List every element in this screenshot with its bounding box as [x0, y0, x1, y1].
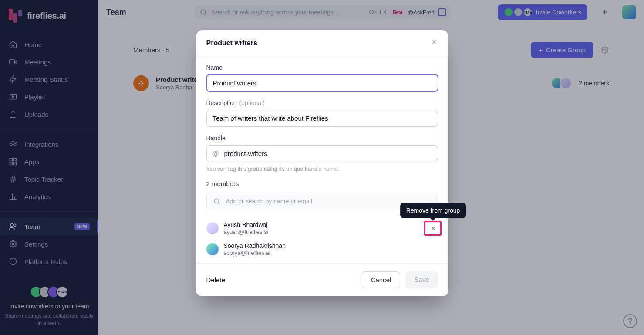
member-name: Ayush Bhardwaj: [224, 221, 269, 228]
name-input[interactable]: [206, 74, 438, 91]
members-count: 2 members: [206, 180, 438, 187]
modal-footer: Delete Cancel Save: [196, 263, 448, 296]
member-row: Ayush Bhardwaj ayush@fireflies.ai Remove…: [206, 218, 438, 239]
remove-member-button[interactable]: [428, 223, 438, 233]
member-avatar: [206, 243, 219, 255]
member-search-placeholder: Add or search by name or email: [226, 198, 312, 205]
modal-overlay: Product writers Name Description (option…: [0, 0, 644, 335]
cancel-button[interactable]: Cancel: [362, 271, 401, 288]
remove-tooltip: Remove from group: [400, 203, 466, 218]
at-icon: @: [212, 150, 219, 157]
name-label: Name: [206, 64, 438, 71]
handle-input[interactable]: [206, 145, 438, 162]
help-button[interactable]: ?: [623, 314, 637, 328]
modal-body: Name Description (optional) Handle @ You…: [196, 56, 448, 263]
member-row: Soorya Radhakrishnan soorya@fireflies.ai: [206, 239, 438, 260]
close-icon[interactable]: [430, 38, 438, 48]
member-name: Soorya Radhakrishnan: [224, 242, 286, 249]
member-avatar: [206, 222, 219, 234]
delete-button[interactable]: Delete: [206, 276, 225, 284]
modal-header: Product writers: [196, 30, 448, 56]
svg-point-16: [214, 199, 219, 203]
member-email: soorya@fireflies.ai: [224, 250, 286, 256]
handle-label: Handle: [206, 135, 438, 142]
modal-title: Product writers: [206, 39, 257, 47]
search-icon: [213, 197, 221, 205]
save-button[interactable]: Save: [405, 271, 438, 288]
desc-label: Description (optional): [206, 99, 438, 106]
description-input[interactable]: [206, 110, 438, 127]
edit-group-modal: Product writers Name Description (option…: [196, 30, 448, 296]
member-email: ayush@fireflies.ai: [224, 229, 269, 235]
